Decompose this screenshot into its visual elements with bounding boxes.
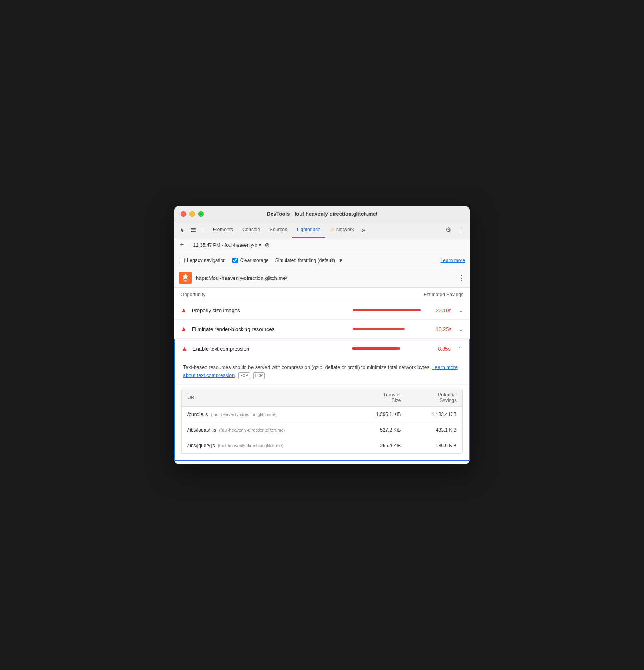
transfer-size-2: 527.2 KiB [351, 422, 407, 438]
devtools-body: Elements Console Sources Lighthouse ⚠Net… [174, 222, 470, 464]
svg-rect-1 [191, 229, 196, 230]
resources-table: URL TransferSize PotentialSavings /bundl… [182, 389, 462, 453]
tab-more-button[interactable]: » [359, 222, 369, 238]
savings-3: 186.6 KiB [406, 438, 462, 454]
opportunity-bar-container-1 [353, 309, 425, 311]
tab-network[interactable]: ⚠Network [325, 222, 359, 238]
file-cell-1: /bundle.js (foul-heavenly-direction.glit… [182, 407, 351, 422]
tab-bar: Elements Console Sources Lighthouse ⚠Net… [174, 222, 470, 238]
warning-triangle-icon-3: ▲ [181, 345, 188, 352]
file-cell-2: /libs/lodash.js (foul-heavenly-direction… [182, 422, 351, 438]
table-inner: URL TransferSize PotentialSavings /bundl… [181, 389, 463, 454]
close-button[interactable] [181, 211, 186, 217]
opportunity-label-3: Enable text compression [193, 346, 347, 352]
chevron-down-icon-2: ⌄ [459, 326, 463, 332]
toolbar-divider [190, 241, 190, 249]
opportunity-savings-3: 8.85s [429, 346, 451, 352]
file-name-1: /bundle.js [187, 412, 208, 417]
lighthouse-logo-icon [179, 272, 192, 284]
options-bar: Legacy navigation Clear storage Simulate… [174, 252, 470, 268]
opportunity-savings-2: 10.25s [429, 326, 451, 332]
potential-savings-column-header: PotentialSavings [406, 389, 462, 407]
tab-settings-area: ⚙ ⋮ [443, 224, 467, 236]
svg-rect-4 [184, 280, 187, 281]
transfer-size-1: 1,395.1 KiB [351, 407, 407, 422]
url-column-header: URL [182, 389, 351, 407]
cursor-icon[interactable] [177, 225, 187, 235]
tab-lighthouse[interactable]: Lighthouse [292, 222, 325, 238]
session-text: 12:35:47 PM - foul-heavenly-c [193, 242, 257, 248]
file-host-3: (foul-heavenly-direction.glitch.me) [218, 443, 284, 448]
table-row: /libs/lodash.js (foul-heavenly-direction… [182, 422, 462, 438]
session-selector[interactable]: 12:35:47 PM - foul-heavenly-c ▾ [193, 242, 261, 248]
tab-console[interactable]: Console [238, 222, 265, 238]
tab-bar-icons [177, 225, 203, 235]
more-options-button[interactable]: ⋮ [455, 224, 467, 236]
tab-elements[interactable]: Elements [208, 222, 238, 238]
fcp-badge: FCP [238, 372, 250, 379]
url-text: https://foul-heavenly-direction.glitch.m… [196, 275, 454, 281]
transfer-size-3: 265.4 KiB [351, 438, 407, 454]
settings-button[interactable]: ⚙ [443, 224, 454, 236]
tab-sources[interactable]: Sources [265, 222, 292, 238]
opportunity-label-1: Properly size images [192, 307, 348, 313]
table-wrapper: URL TransferSize PotentialSavings /bundl… [175, 385, 469, 460]
description-text: Text-based resources should be served wi… [183, 365, 432, 370]
opportunity-bar-container-3 [352, 347, 424, 350]
savings-2: 433.1 KiB [406, 422, 462, 438]
throttle-arrow: ▼ [338, 258, 343, 263]
traffic-lights [181, 211, 204, 217]
chevron-up-icon-3: ⌃ [458, 345, 463, 352]
layers-icon[interactable] [189, 225, 198, 235]
opportunity-row-1[interactable]: ▲ Properly size images 22.10s ⌄ [174, 301, 470, 320]
file-host-1: (foul-heavenly-direction.glitch.me) [211, 412, 277, 417]
opportunity-bar-container-2 [353, 328, 425, 330]
warning-triangle-icon-2: ▲ [181, 325, 187, 333]
expanded-section: Text-based resources should be served wi… [174, 358, 470, 461]
clear-storage-label: Clear storage [240, 258, 269, 263]
svg-rect-2 [191, 231, 196, 232]
content-area: Opportunity Estimated Savings ▲ Properly… [174, 288, 470, 464]
transfer-size-column-header: TransferSize [351, 389, 407, 407]
clear-storage-checkbox[interactable] [232, 258, 238, 263]
throttle-label: Simulated throttling (default) [275, 258, 335, 263]
opportunity-row-3[interactable]: ▲ Enable text compression 8.85s ⌃ [174, 339, 470, 358]
no-symbol-button[interactable]: ⊘ [264, 241, 270, 249]
opportunity-row-2[interactable]: ▲ Eliminate render-blocking resources 10… [174, 320, 470, 339]
savings-1: 1,133.4 KiB [406, 407, 462, 422]
opportunity-bar-3 [352, 347, 400, 350]
opportunity-bar-2 [353, 328, 405, 330]
url-more-dots: ⋮ [458, 274, 465, 282]
maximize-button[interactable] [198, 211, 204, 217]
warning-icon: ⚠ [330, 226, 335, 232]
file-host-2: (foul-heavenly-direction.glitch.me) [219, 428, 285, 432]
url-more-button[interactable]: ⋮ [458, 274, 465, 282]
clear-storage-option[interactable]: Clear storage [232, 258, 269, 263]
tabs: Elements Console Sources Lighthouse ⚠Net… [208, 222, 443, 238]
file-name-2: /libs/lodash.js [187, 427, 216, 433]
add-button[interactable]: + [177, 240, 187, 250]
table-row: /bundle.js (foul-heavenly-direction.glit… [182, 407, 462, 422]
legacy-nav-label: Legacy navigation [187, 258, 226, 263]
title-bar: DevTools - foul-heavenly-direction.glitc… [174, 206, 470, 222]
legacy-nav-checkbox[interactable] [179, 258, 185, 263]
period: . [235, 373, 237, 378]
opportunity-savings-1: 22.10s [429, 307, 451, 313]
section-header: Opportunity Estimated Savings [174, 288, 470, 301]
lcp-badge: LCP [253, 372, 265, 379]
table-row: /libs/jquery.js (foul-heavenly-direction… [182, 438, 462, 454]
minimize-button[interactable] [189, 211, 195, 217]
toolbar-bar: + 12:35:47 PM - foul-heavenly-c ▾ ⊘ [174, 238, 470, 252]
window-title: DevTools - foul-heavenly-direction.glitc… [267, 211, 377, 217]
throttle-dropdown[interactable]: Simulated throttling (default) ▼ [275, 258, 343, 263]
chevron-down-icon-1: ⌄ [459, 307, 463, 313]
learn-more-link[interactable]: Learn more [441, 258, 465, 263]
legacy-nav-option[interactable]: Legacy navigation [179, 258, 226, 263]
opportunity-label-2: Eliminate render-blocking resources [192, 326, 348, 332]
url-bar: https://foul-heavenly-direction.glitch.m… [174, 268, 470, 288]
expanded-description: Text-based resources should be served wi… [175, 358, 469, 385]
opportunity-header: Opportunity [181, 292, 205, 297]
svg-rect-0 [191, 228, 196, 229]
opportunity-bar-1 [353, 309, 421, 311]
devtools-window: DevTools - foul-heavenly-direction.glitc… [174, 206, 470, 464]
